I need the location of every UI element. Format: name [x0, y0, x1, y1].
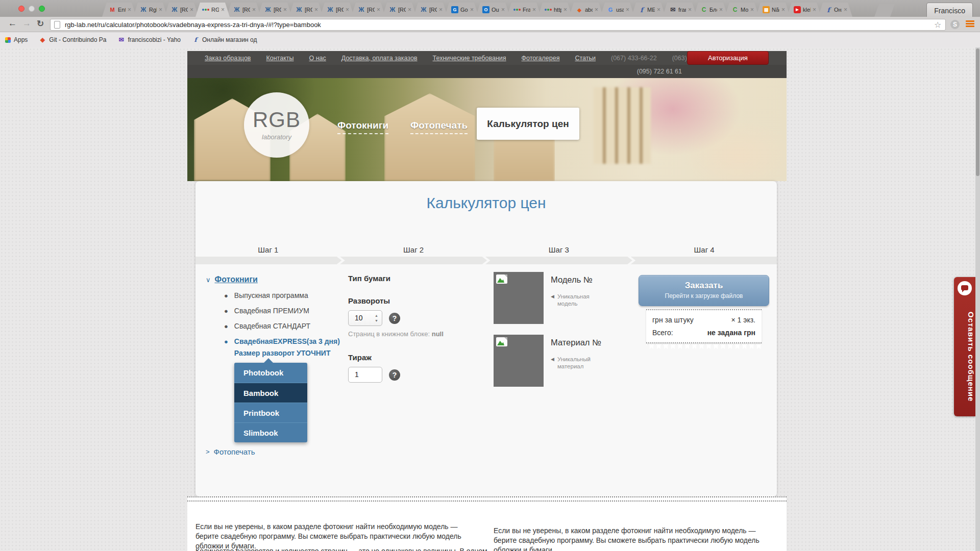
browser-tab[interactable]: fME× [631, 3, 666, 17]
browser-tab[interactable]: ◆abo× [569, 3, 603, 17]
close-tab-icon[interactable]: × [844, 7, 847, 12]
browser-tab[interactable]: Ж[RG× [351, 3, 385, 17]
book-type-option[interactable]: Photobook [234, 363, 307, 383]
browser-tab[interactable]: Ж[RG× [258, 3, 292, 17]
browser-tab[interactable]: CМо× [725, 3, 759, 17]
browser-tab[interactable]: OOut× [476, 3, 510, 17]
close-tab-icon[interactable]: × [190, 7, 193, 12]
order-button[interactable]: Заказать Перейти к загрузке файлов [639, 275, 769, 306]
main-nav-photobooks[interactable]: Фотокниги [337, 120, 388, 134]
logo-text: RGB [244, 108, 309, 132]
close-tab-icon[interactable]: × [252, 7, 256, 12]
browser-tab[interactable]: Ж[RG× [413, 3, 448, 17]
dots-icon [513, 6, 521, 13]
browser-tab[interactable]: ▤Não× [756, 3, 790, 17]
bookmark-item[interactable]: Apps [5, 36, 28, 43]
close-tab-icon[interactable]: × [813, 7, 816, 12]
main-nav-photoprint[interactable]: Фотопечать [410, 120, 468, 134]
book-type-option-selected[interactable]: Bambook [234, 383, 307, 403]
close-tab-icon[interactable]: × [532, 7, 536, 12]
page-scrollbar[interactable] [975, 47, 980, 551]
book-type-option[interactable]: Printbook [234, 403, 307, 422]
close-tab-icon[interactable]: × [314, 7, 318, 12]
program-menu-item[interactable]: ●Свадебная СТАНДАРТ [206, 322, 344, 331]
close-tab-icon[interactable]: × [377, 7, 380, 12]
browser-tab[interactable]: Ж[RG× [382, 3, 416, 17]
browser-tab[interactable]: Ж[RG× [320, 3, 354, 17]
help-icon[interactable]: ? [389, 369, 400, 381]
skype-extension-icon[interactable]: S [950, 20, 960, 29]
close-tab-icon[interactable]: × [564, 7, 567, 12]
close-tab-icon[interactable]: × [470, 7, 474, 12]
close-tab-icon[interactable]: × [283, 7, 287, 12]
close-tab-icon[interactable]: × [439, 7, 443, 12]
quantity-input[interactable]: 1 [348, 367, 382, 383]
site-nav-link[interactable]: Статьи [575, 55, 596, 62]
browser-tab[interactable]: Ж[RG× [227, 3, 261, 17]
total-value: не задана грн [707, 329, 755, 337]
window-zoom-button[interactable] [39, 6, 45, 12]
bookmark-star-icon[interactable]: ☆ [934, 20, 941, 30]
url-bar[interactable]: rgb-lab.net/ru/calculator/photobook/svad… [50, 19, 946, 31]
spreads-select[interactable]: 10 ▲▼ [348, 310, 382, 326]
site-logo[interactable]: RGB laboratory [244, 92, 309, 158]
category-photobooks-link[interactable]: Фотокниги [215, 275, 258, 284]
site-nav-link[interactable]: Технические требования [433, 55, 506, 62]
new-tab-button[interactable] [874, 4, 895, 17]
category-photoprint-link[interactable]: Фотопечать [214, 447, 255, 456]
quantity-label: Тираж [348, 353, 468, 362]
close-tab-icon[interactable]: × [501, 7, 505, 12]
browser-tab-active[interactable]: RGB× [195, 3, 230, 17]
site-nav-link[interactable]: Фотогалерея [522, 55, 560, 62]
help-icon[interactable]: ? [389, 313, 400, 324]
main-nav-calculator-active[interactable]: Калькулятор цен [477, 108, 579, 140]
bookmark-item[interactable]: ✉franciscobizi - Yaho [117, 36, 181, 43]
browser-tab[interactable]: ✉fran× [663, 3, 697, 17]
browser-tab[interactable]: fОнл× [818, 3, 852, 17]
authorization-button[interactable]: Авторизация [687, 51, 769, 65]
close-tab-icon[interactable]: × [750, 7, 754, 12]
site-nav-link[interactable]: О нас [309, 55, 326, 62]
browser-tab[interactable]: ЖRgb× [133, 3, 167, 17]
close-tab-icon[interactable]: × [128, 7, 131, 12]
close-tab-icon[interactable]: × [159, 7, 162, 12]
reload-button[interactable]: ↻ [37, 18, 44, 29]
model-image-placeholder[interactable] [494, 272, 544, 324]
close-tab-icon[interactable]: × [221, 7, 225, 12]
window-minimize-button[interactable] [29, 6, 35, 12]
phone-number: (095) 722 61 61 [637, 68, 682, 75]
program-menu-item-active[interactable]: ●СвадебнаяEXPRESS(за 3 дня)Размер развор… [206, 337, 344, 357]
site-nav-link[interactable]: Доставка, оплата заказов [341, 55, 418, 62]
bookmark-item[interactable]: ◆Git - Contribuindo Pa [39, 36, 106, 43]
close-tab-icon[interactable]: × [408, 7, 411, 12]
browser-tab[interactable]: Ж[RG× [164, 3, 199, 17]
site-nav-link[interactable]: Контакты [266, 55, 293, 62]
site-nav-link[interactable]: Заказ образцов [205, 55, 251, 62]
browser-tab[interactable]: CБло× [694, 3, 728, 17]
book-type-option[interactable]: Slimbook [234, 422, 307, 442]
browser-tab[interactable]: GGoo× [445, 3, 479, 17]
browser-tab[interactable]: http× [538, 3, 572, 17]
material-image-placeholder[interactable] [494, 335, 544, 387]
window-close-button[interactable] [18, 6, 24, 12]
scrollbar-thumb[interactable] [976, 48, 979, 176]
browser-tab[interactable]: MEntr× [102, 3, 136, 17]
program-menu-item[interactable]: ●Выпускная программа [206, 291, 344, 300]
close-tab-icon[interactable]: × [626, 7, 629, 12]
back-button[interactable]: ← [8, 18, 17, 29]
browser-tab[interactable]: Gusa× [600, 3, 634, 17]
rgb-lab-icon: Ж [233, 6, 240, 13]
close-tab-icon[interactable]: × [657, 7, 660, 12]
bookmark-item[interactable]: fОнлайн магазин од [192, 36, 257, 43]
close-tab-icon[interactable]: × [719, 7, 723, 12]
close-tab-icon[interactable]: × [346, 7, 349, 12]
browser-tab[interactable]: Ж[RG× [289, 3, 323, 17]
close-tab-icon[interactable]: × [688, 7, 692, 12]
browser-tab[interactable]: Fran× [507, 3, 541, 17]
leave-message-tab[interactable]: Оставить сообщение [954, 277, 975, 416]
chrome-menu-icon[interactable] [966, 20, 974, 28]
browser-tab[interactable]: ▶kleb× [787, 3, 821, 17]
close-tab-icon[interactable]: × [781, 7, 785, 12]
close-tab-icon[interactable]: × [595, 7, 598, 12]
program-menu-item[interactable]: ●Свадебная ПРЕМИУМ [206, 307, 344, 315]
